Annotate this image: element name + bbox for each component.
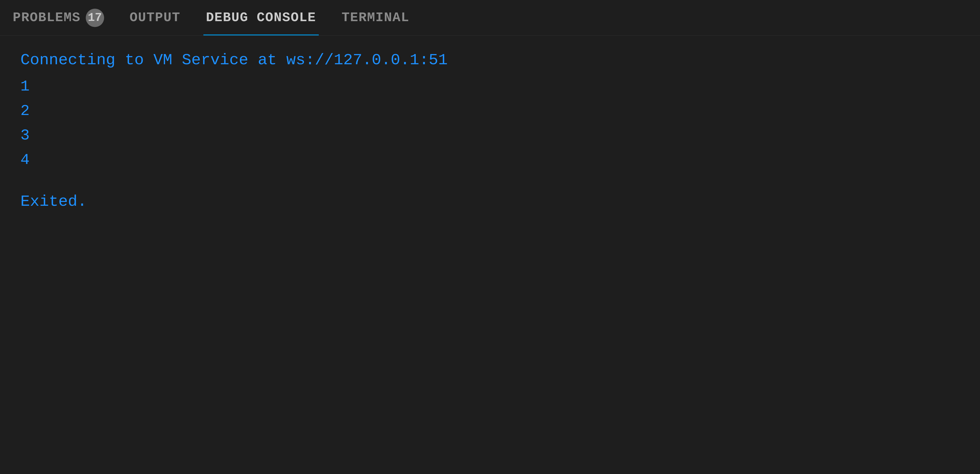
problems-badge: 17 (86, 9, 104, 27)
tab-output-label: OUTPUT (130, 10, 180, 25)
numbers-block: 1 2 3 4 (21, 74, 959, 172)
line-2: 2 (21, 99, 959, 123)
line-1: 1 (21, 74, 959, 99)
connecting-line: Connecting to VM Service at ws://127.0.0… (21, 51, 959, 69)
tab-debug-console[interactable]: DEBUG CONSOLE (204, 0, 319, 35)
tab-problems-label: PROBLEMS (13, 10, 81, 25)
tab-debug-console-label: DEBUG CONSOLE (206, 10, 316, 25)
tab-terminal-label: TERMINAL (342, 10, 410, 25)
tab-bar: PROBLEMS 17 OUTPUT DEBUG CONSOLE TERMINA… (0, 0, 980, 36)
tab-terminal[interactable]: TERMINAL (339, 0, 412, 35)
tab-problems[interactable]: PROBLEMS 17 (10, 0, 107, 35)
line-4: 4 (21, 147, 959, 172)
panel-container: PROBLEMS 17 OUTPUT DEBUG CONSOLE TERMINA… (0, 0, 980, 474)
line-3: 3 (21, 123, 959, 147)
exited-line: Exited. (21, 192, 959, 211)
console-content-area: Connecting to VM Service at ws://127.0.0… (0, 36, 980, 474)
tab-output[interactable]: OUTPUT (127, 0, 183, 35)
